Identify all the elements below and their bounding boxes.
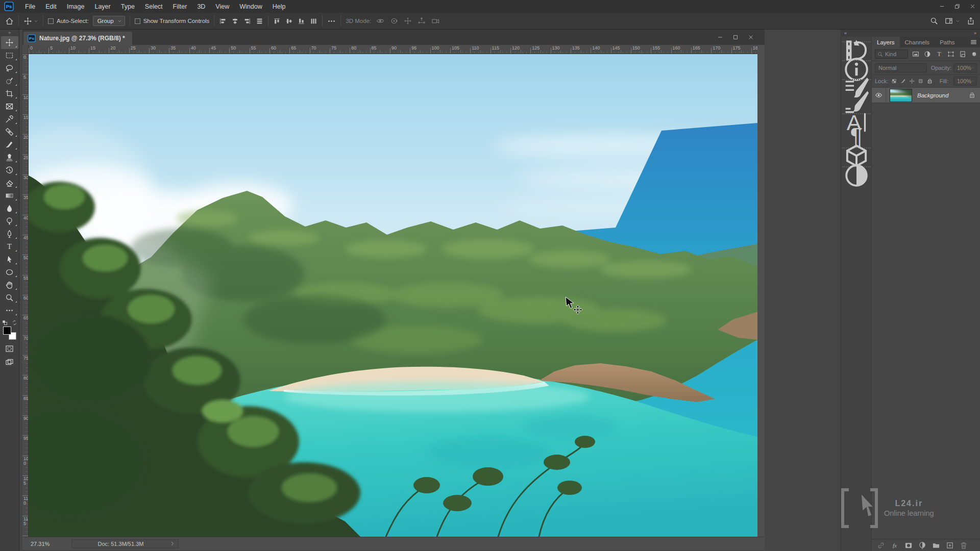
eyedropper-tool[interactable] bbox=[1, 113, 18, 126]
dock-expand-chevrons[interactable]: « bbox=[844, 31, 847, 36]
doc-maximize-button[interactable] bbox=[728, 31, 743, 43]
delete-layer-icon[interactable] bbox=[960, 541, 968, 549]
workspace-switcher-icon[interactable] bbox=[945, 17, 953, 25]
search-icon[interactable] bbox=[930, 17, 938, 25]
type-filter[interactable]: T bbox=[934, 50, 944, 58]
Channels[interactable]: Channels bbox=[900, 37, 935, 47]
edit-toolbar[interactable] bbox=[1, 304, 18, 317]
ellipse-tool[interactable] bbox=[1, 266, 18, 279]
status-popup-icon[interactable] bbox=[169, 541, 175, 546]
smart-filter[interactable] bbox=[958, 50, 968, 58]
opacity-field[interactable]: 100% bbox=[953, 63, 977, 72]
fill-field[interactable]: 100% bbox=[953, 77, 977, 86]
move-tool[interactable] bbox=[1, 36, 18, 49]
document-info-field[interactable]: Doc: 51.3M/51.3M bbox=[71, 539, 179, 548]
menu-item[interactable]: Edit bbox=[40, 0, 62, 13]
dodge-tool[interactable] bbox=[1, 215, 18, 228]
hand-tool[interactable] bbox=[1, 279, 18, 291]
history-brush-tool[interactable] bbox=[1, 164, 18, 177]
align-right-edges[interactable] bbox=[243, 17, 251, 25]
layer-list-empty-area[interactable] bbox=[872, 103, 980, 539]
panel-collapse-chevrons[interactable]: » bbox=[974, 31, 976, 36]
align-left-edges[interactable] bbox=[219, 17, 227, 25]
layer-row-background[interactable]: Background bbox=[872, 88, 980, 103]
paragraph[interactable]: ¶ bbox=[842, 129, 871, 144]
brush-tool[interactable] bbox=[1, 138, 18, 151]
doc-close-button[interactable] bbox=[743, 31, 758, 43]
canvas-image[interactable] bbox=[29, 54, 757, 537]
document-tab[interactable]: Ps Nature.jpg @ 27.3% (RGB/8) * bbox=[23, 32, 132, 45]
3d-pan[interactable] bbox=[404, 17, 412, 25]
menu-item[interactable]: Layer bbox=[89, 0, 115, 13]
menu-item[interactable]: Type bbox=[116, 0, 140, 13]
app-minimize-button[interactable] bbox=[934, 0, 949, 13]
add-mask-icon[interactable] bbox=[904, 541, 913, 549]
distribute-horizontal-centers[interactable] bbox=[256, 17, 263, 25]
current-tool-icon[interactable] bbox=[23, 17, 32, 26]
quick-mask-icon[interactable] bbox=[5, 344, 14, 353]
auto-select-checkbox[interactable] bbox=[48, 18, 54, 24]
zoom-level[interactable]: 27.31% bbox=[29, 540, 57, 548]
menu-item[interactable]: File bbox=[20, 0, 40, 13]
layer-style-icon[interactable]: fx bbox=[891, 541, 899, 549]
crop-tool[interactable] bbox=[1, 87, 18, 100]
more-options-icon[interactable] bbox=[327, 17, 336, 26]
shape-filter[interactable] bbox=[946, 50, 956, 58]
default-colors-icon[interactable] bbox=[2, 320, 8, 325]
new-group-icon[interactable] bbox=[932, 541, 940, 549]
swap-colors-icon[interactable] bbox=[12, 320, 17, 325]
auto-select-target-dropdown[interactable]: Group bbox=[93, 16, 125, 26]
align-top-edges[interactable] bbox=[273, 17, 281, 25]
menu-item[interactable]: Help bbox=[267, 0, 291, 13]
blend-mode-dropdown[interactable]: Normal bbox=[875, 63, 927, 72]
pen-tool[interactable] bbox=[1, 228, 18, 240]
history[interactable] bbox=[842, 41, 871, 57]
doc-minimize-button[interactable] bbox=[713, 31, 728, 43]
adjustments[interactable] bbox=[842, 166, 871, 182]
ruler-origin-corner[interactable] bbox=[22, 45, 29, 54]
eraser-tool[interactable] bbox=[1, 177, 18, 189]
clone-stamp-tool[interactable] bbox=[1, 151, 18, 164]
chevron-down-icon[interactable] bbox=[955, 19, 960, 23]
filter-toggle-icon[interactable] bbox=[971, 51, 977, 58]
pixel-filter[interactable] bbox=[911, 50, 921, 58]
link-layers-icon[interactable] bbox=[877, 541, 885, 549]
Paths[interactable]: Paths bbox=[935, 37, 960, 47]
lock-artboard-icon[interactable] bbox=[918, 78, 923, 85]
align-bottom-edges[interactable] bbox=[298, 17, 305, 25]
3d-roll[interactable] bbox=[390, 17, 398, 25]
show-transform-checkbox[interactable] bbox=[135, 18, 140, 24]
zoom-tool[interactable] bbox=[1, 291, 18, 304]
Layers[interactable]: Layers bbox=[872, 37, 900, 47]
align-horizontal-centers[interactable] bbox=[231, 17, 239, 25]
blur-tool[interactable] bbox=[1, 202, 18, 215]
lasso-tool[interactable] bbox=[1, 62, 18, 74]
layer-visibility-toggle[interactable] bbox=[872, 88, 886, 103]
app-restore-button[interactable] bbox=[949, 0, 965, 13]
menu-item[interactable]: Select bbox=[140, 0, 168, 13]
adjustment-filter[interactable] bbox=[922, 50, 933, 58]
type-tool[interactable]: T bbox=[1, 240, 18, 253]
align-vertical-centers[interactable] bbox=[285, 17, 293, 25]
gradient-tool[interactable] bbox=[1, 189, 18, 202]
distribute-vertical-centers[interactable] bbox=[310, 17, 317, 25]
toolbar-collapse-chevrons[interactable]: » bbox=[0, 30, 19, 36]
vertical-ruler[interactable]: 0510152025303540455055606570758085909510… bbox=[22, 54, 29, 537]
home-icon[interactable] bbox=[5, 17, 14, 26]
menu-item[interactable]: Window bbox=[234, 0, 267, 13]
lock-paint-icon[interactable] bbox=[900, 78, 906, 85]
quick-selection-tool[interactable] bbox=[1, 74, 18, 87]
3d-orbit[interactable] bbox=[376, 17, 384, 25]
foreground-color-swatch[interactable] bbox=[3, 327, 11, 335]
frame-tool[interactable] bbox=[1, 100, 18, 113]
menu-item[interactable]: Image bbox=[62, 0, 90, 13]
menu-item[interactable]: 3D bbox=[192, 0, 210, 13]
layer-filter-search[interactable] bbox=[875, 49, 908, 59]
panel-menu-icon[interactable] bbox=[970, 38, 977, 46]
app-close-button[interactable] bbox=[965, 0, 980, 13]
new-adjustment-icon[interactable] bbox=[918, 541, 926, 549]
share-icon[interactable] bbox=[967, 17, 975, 25]
path-selection-tool[interactable] bbox=[1, 253, 18, 266]
menu-item[interactable]: Filter bbox=[168, 0, 192, 13]
info[interactable] bbox=[842, 60, 871, 76]
